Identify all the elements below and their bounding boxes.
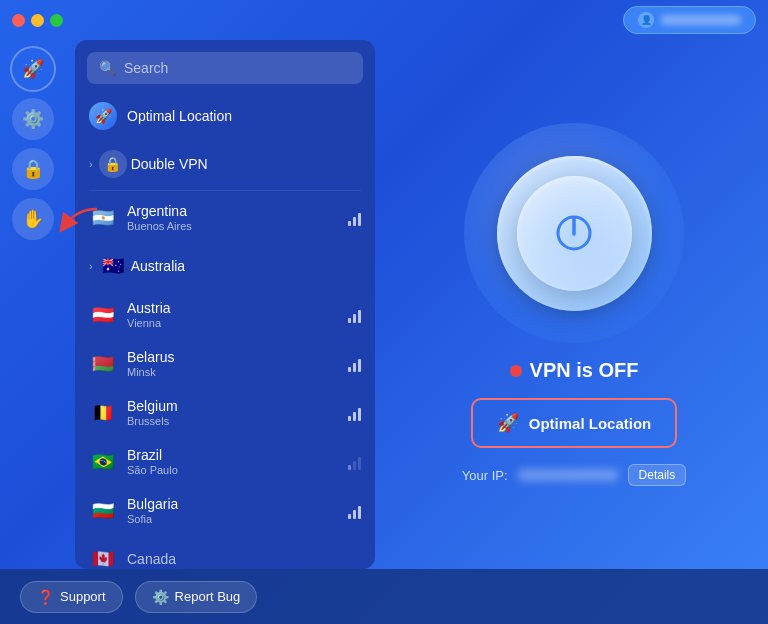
ip-label: Your IP:	[462, 468, 508, 483]
power-button[interactable]	[517, 176, 632, 291]
search-input[interactable]	[124, 60, 351, 76]
canada-item[interactable]: 🇨🇦 Canada	[79, 535, 371, 569]
belarus-flag: 🇧🇾	[89, 350, 117, 378]
argentina-title: Argentina	[127, 203, 338, 219]
sidebar-item-lock[interactable]: 🔒	[12, 148, 54, 190]
arrow-annotation	[52, 205, 102, 249]
bulgaria-item[interactable]: 🇧🇬 Bulgaria Sofia	[79, 486, 371, 535]
brazil-title: Brazil	[127, 447, 338, 463]
bar2	[353, 461, 356, 470]
titlebar: 👤	[0, 0, 768, 40]
support-label: Support	[60, 589, 106, 604]
belarus-subtitle: Minsk	[127, 366, 338, 378]
chevron-icon: ›	[89, 158, 93, 170]
bar3	[358, 213, 361, 226]
bottom-bar: ❓ Support ⚙️ Report Bug	[0, 569, 768, 624]
double-vpn-icon: 🔒	[99, 150, 127, 178]
optimal-location-title: Optimal Location	[127, 108, 361, 124]
bar1	[348, 514, 351, 519]
argentina-subtitle: Buenos Aires	[127, 220, 338, 232]
bug-icon: ⚙️	[152, 589, 169, 605]
belarus-signal	[348, 356, 361, 372]
bar2	[353, 217, 356, 226]
bulgaria-flag: 🇧🇬	[89, 497, 117, 525]
support-icon: ❓	[37, 589, 54, 605]
bar3	[358, 359, 361, 372]
optimal-location-button[interactable]: 🚀 Optimal Location	[471, 398, 678, 448]
vpn-status-text: VPN is OFF	[530, 359, 639, 382]
vpn-status: VPN is OFF	[510, 359, 639, 382]
austria-item[interactable]: 🇦🇹 Austria Vienna	[79, 290, 371, 339]
user-account-badge[interactable]: 👤	[623, 6, 756, 34]
austria-flag: 🇦🇹	[89, 301, 117, 329]
divider	[89, 190, 361, 191]
power-ring-mid	[497, 156, 652, 311]
search-icon: 🔍	[99, 60, 116, 76]
argentina-item[interactable]: 🇦🇷 Argentina Buenos Aires	[79, 193, 371, 242]
bar2	[353, 412, 356, 421]
australia-item[interactable]: › 🇦🇺 Australia	[79, 242, 371, 290]
belgium-item[interactable]: 🇧🇪 Belgium Brussels	[79, 388, 371, 437]
bar1	[348, 465, 351, 470]
details-button[interactable]: Details	[628, 464, 687, 486]
user-icon: 👤	[638, 12, 654, 28]
power-ring	[464, 123, 684, 343]
belarus-title: Belarus	[127, 349, 338, 365]
optimal-location-item[interactable]: 🚀 Optimal Location	[79, 92, 371, 140]
sidebar: 🚀 ⚙️ 🔒 ✋	[0, 0, 65, 624]
double-vpn-title: Double VPN	[131, 156, 361, 172]
argentina-signal	[348, 210, 361, 226]
location-list[interactable]: 🚀 Optimal Location › 🔒 Double VPN 🇦🇷 Arg…	[75, 92, 375, 569]
bar1	[348, 416, 351, 421]
bulgaria-subtitle: Sofia	[127, 513, 338, 525]
canada-title: Canada	[127, 551, 361, 567]
bar3	[358, 457, 361, 470]
australia-flag: 🇦🇺	[99, 252, 127, 280]
austria-signal	[348, 307, 361, 323]
belgium-title: Belgium	[127, 398, 338, 414]
location-panel: 🔍 🚀 Optimal Location › 🔒 Double VPN 🇦🇷 A…	[75, 40, 375, 569]
chevron-icon: ›	[89, 260, 93, 272]
bar2	[353, 363, 356, 372]
double-vpn-item[interactable]: › 🔒 Double VPN	[79, 140, 371, 188]
report-bug-label: Report Bug	[175, 589, 241, 604]
bar2	[353, 314, 356, 323]
sidebar-item-servers[interactable]: 🚀	[12, 48, 54, 90]
brazil-flag: 🇧🇷	[89, 448, 117, 476]
main-area: VPN is OFF 🚀 Optimal Location Your IP: D…	[380, 40, 768, 569]
austria-title: Austria	[127, 300, 338, 316]
bar1	[348, 367, 351, 372]
belarus-item[interactable]: 🇧🇾 Belarus Minsk	[79, 339, 371, 388]
report-bug-button[interactable]: ⚙️ Report Bug	[135, 581, 258, 613]
brazil-item[interactable]: 🇧🇷 Brazil São Paulo	[79, 437, 371, 486]
ip-row: Your IP: Details	[462, 464, 686, 486]
status-dot	[510, 365, 522, 377]
belgium-flag: 🇧🇪	[89, 399, 117, 427]
optimal-location-label: Optimal Location	[529, 415, 652, 432]
australia-title: Australia	[131, 258, 361, 274]
bulgaria-title: Bulgaria	[127, 496, 338, 512]
username-text	[661, 15, 741, 25]
search-bar[interactable]: 🔍	[87, 52, 363, 84]
bar3	[358, 310, 361, 323]
brazil-signal	[348, 454, 361, 470]
brazil-subtitle: São Paulo	[127, 464, 338, 476]
support-button[interactable]: ❓ Support	[20, 581, 123, 613]
power-symbol	[549, 208, 599, 258]
bulgaria-signal	[348, 503, 361, 519]
belgium-signal	[348, 405, 361, 421]
bar3	[358, 408, 361, 421]
canada-flag: 🇨🇦	[89, 545, 117, 569]
ip-address	[518, 469, 618, 481]
bar3	[358, 506, 361, 519]
sidebar-item-settings[interactable]: ⚙️	[12, 98, 54, 140]
rocket-icon: 🚀	[497, 412, 519, 434]
bar1	[348, 221, 351, 226]
belgium-subtitle: Brussels	[127, 415, 338, 427]
bar2	[353, 510, 356, 519]
austria-subtitle: Vienna	[127, 317, 338, 329]
optimal-icon: 🚀	[89, 102, 117, 130]
sidebar-item-shield[interactable]: ✋	[12, 198, 54, 240]
bar1	[348, 318, 351, 323]
